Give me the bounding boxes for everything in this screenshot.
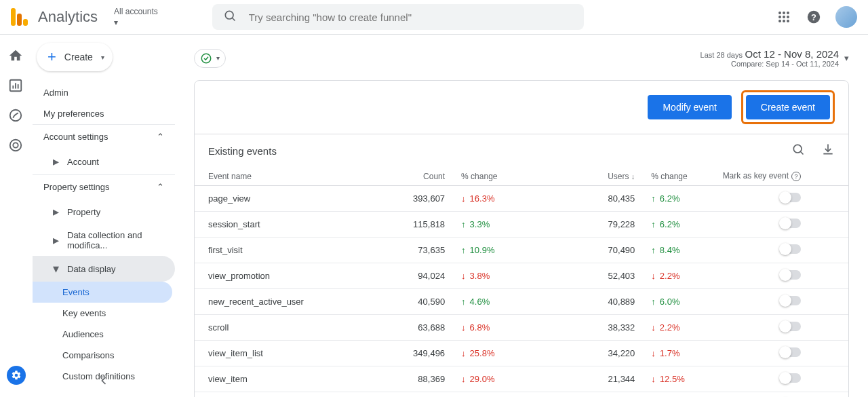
sidebar-section-account-settings[interactable]: Account settings ⌃ [33, 124, 175, 149]
svg-point-4 [787, 12, 789, 14]
col-event-name[interactable]: Event name [195, 167, 392, 186]
arrow-up-icon: ↑ [461, 245, 466, 255]
sidebar-item-admin[interactable]: Admin [33, 82, 175, 103]
sidebar-item-comparisons[interactable]: Comparisons [33, 345, 175, 366]
cell-key-toggle [711, 289, 848, 315]
apps-icon[interactable] [776, 9, 792, 25]
key-event-toggle[interactable] [781, 373, 801, 383]
key-event-toggle[interactable] [781, 322, 801, 331]
cell-count: 40,590 [392, 289, 453, 315]
svg-rect-15 [15, 83, 16, 88]
svg-point-10 [787, 20, 789, 22]
avatar[interactable] [835, 6, 857, 28]
svg-point-19 [13, 143, 18, 147]
svg-line-1 [233, 18, 235, 21]
search-box[interactable] [212, 4, 584, 30]
cell-users-change: ↓2.2% [643, 263, 711, 289]
cell-count: 349,496 [392, 341, 453, 366]
table-row[interactable]: scroll63,688↓6.8%38,332↓2.2% [195, 315, 848, 341]
arrow-up-icon: ↑ [651, 297, 656, 307]
key-event-toggle[interactable] [781, 347, 801, 357]
settings-fab[interactable] [7, 366, 26, 385]
table-row[interactable]: view_item_list349,496↓25.8%34,220↓1.7% [195, 341, 848, 366]
cell-users: 70,490 [536, 238, 643, 263]
accounts-label: All accounts [114, 7, 158, 16]
create-button[interactable]: + Create ▾ [37, 43, 113, 71]
key-event-toggle[interactable] [781, 193, 801, 202]
sidebar-item-account[interactable]: ▸Account [33, 149, 175, 174]
cell-key-toggle [711, 341, 848, 366]
cell-count: 88,369 [392, 366, 453, 392]
key-event-toggle[interactable] [781, 270, 801, 280]
create-event-button[interactable]: Create event [746, 95, 830, 119]
account-picker[interactable]: All accounts ▾ [114, 7, 158, 27]
cell-users: 14,952 [536, 392, 643, 398]
sidebar-item-audiences[interactable]: Audiences [33, 324, 175, 345]
nav-rail [0, 35, 33, 397]
modify-event-button[interactable]: Modify event [648, 95, 731, 119]
sidebar-item-data-display[interactable]: ▾Data display [33, 256, 175, 282]
table-row[interactable]: page_view393,607↓16.3%80,435↑6.2% [195, 186, 848, 212]
svg-point-2 [778, 12, 781, 14]
cell-users-change: ↓1.7% [643, 341, 711, 366]
date-range-picker[interactable]: Last 28 days Oct 12 - Nov 8, 2024 Compar… [701, 48, 849, 68]
reports-icon[interactable] [8, 78, 24, 94]
key-event-toggle[interactable] [781, 219, 801, 228]
search-icon[interactable] [791, 143, 805, 159]
arrow-down-icon: ↓ [461, 374, 466, 384]
sidebar-section-property-settings[interactable]: Property settings ⌃ [33, 174, 175, 199]
cell-event-name: view_promotion [195, 263, 392, 289]
sidebar-item-events[interactable]: Events [33, 282, 172, 303]
help-icon[interactable]: ? [791, 172, 801, 181]
arrow-down-icon: ↓ [461, 193, 466, 204]
svg-text:?: ? [811, 12, 816, 22]
arrow-up-icon: ↑ [651, 245, 656, 255]
svg-point-17 [10, 110, 22, 121]
download-icon[interactable] [821, 143, 835, 159]
analytics-logo[interactable]: Analytics [11, 8, 98, 26]
key-event-toggle[interactable] [781, 244, 801, 254]
svg-point-5 [778, 16, 781, 18]
arrow-down-icon: ↓ [461, 348, 466, 358]
table-row[interactable]: first_visit73,635↑10.9%70,490↑8.4% [195, 238, 848, 263]
search-input[interactable] [249, 12, 573, 23]
col-count[interactable]: Count [392, 167, 453, 186]
table-row[interactable]: session_start115,818↑3.3%79,228↑6.2% [195, 212, 848, 238]
arrow-up-icon: ↑ [651, 219, 656, 229]
sidebar-item-data-collection[interactable]: ▸Data collection and modifica... [33, 225, 175, 256]
home-icon[interactable] [8, 48, 24, 64]
expand-right-icon: ▸ [53, 154, 59, 169]
col-count-change[interactable]: % change [453, 167, 536, 186]
help-icon[interactable]: ? [806, 9, 822, 25]
plus-icon: + [47, 48, 56, 66]
cell-count: 393,607 [392, 186, 453, 212]
arrow-up-icon: ↑ [461, 219, 466, 229]
table-row[interactable]: view_promotion94,024↓3.8%52,403↓2.2% [195, 263, 848, 289]
collapse-sidebar-icon[interactable] [97, 374, 111, 390]
col-users-change[interactable]: % change [643, 167, 711, 186]
table-row[interactable]: new_recent_active_user40,590↑4.6%40,889↑… [195, 289, 848, 315]
advertising-icon[interactable] [8, 138, 24, 154]
col-mark-key[interactable]: Mark as key event? [711, 167, 848, 186]
table-row[interactable]: new_engaged_user15,101↓12.3%14,952↓13.1% [195, 392, 848, 398]
card-header: Modify event Create event [195, 81, 848, 134]
date-main: Oct 12 - Nov 8, 2024 [745, 48, 839, 60]
header-actions: ? [776, 6, 857, 28]
arrow-up-icon: ↑ [651, 193, 656, 204]
svg-rect-14 [12, 86, 14, 89]
cell-event-name: session_start [195, 212, 392, 238]
sidebar-item-preferences[interactable]: My preferences [33, 103, 175, 124]
sidebar-item-property[interactable]: ▸Property [33, 199, 175, 225]
key-event-toggle[interactable] [781, 296, 801, 305]
analytics-logo-icon [11, 8, 28, 26]
explore-icon[interactable] [8, 108, 24, 124]
content-top-bar: ▾ Last 28 days Oct 12 - Nov 8, 2024 Comp… [194, 48, 849, 68]
events-card: Modify event Create event Existing event… [194, 80, 849, 397]
table-row[interactable]: view_item88,369↓29.0%21,344↓12.5% [195, 366, 848, 392]
sidebar-item-key-events[interactable]: Key events [33, 303, 175, 324]
sort-down-icon: ↓ [631, 172, 635, 181]
col-users[interactable]: Users ↓ [536, 167, 643, 186]
cell-users: 40,889 [536, 289, 643, 315]
table-header-row: Event name Count % change Users ↓ % chan… [195, 167, 848, 186]
status-pill[interactable]: ▾ [194, 49, 226, 68]
